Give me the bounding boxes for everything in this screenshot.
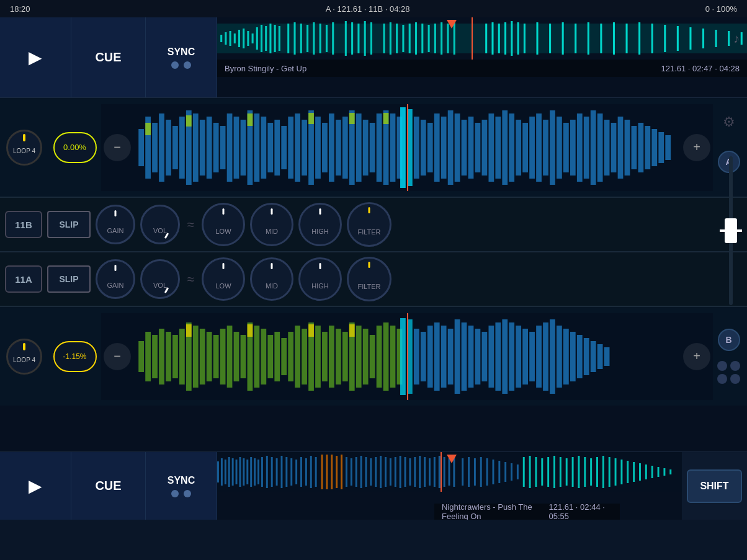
loop-knob-a[interactable]: LOOP 4 bbox=[6, 130, 42, 166]
svg-rect-13 bbox=[274, 25, 276, 52]
svg-rect-102 bbox=[390, 113, 396, 182]
svg-rect-154 bbox=[159, 329, 164, 384]
svg-rect-48 bbox=[549, 24, 551, 53]
svg-rect-147 bbox=[308, 113, 314, 124]
mid-knob-b[interactable]: MID bbox=[250, 257, 293, 301]
sync-button-b[interactable]: SYNC bbox=[146, 452, 217, 520]
wf-plus-b[interactable]: + bbox=[683, 343, 710, 370]
svg-rect-14 bbox=[279, 26, 280, 51]
svg-rect-226 bbox=[217, 461, 219, 482]
svg-rect-67 bbox=[152, 123, 158, 172]
svg-rect-292 bbox=[547, 457, 549, 487]
svg-rect-299 bbox=[590, 458, 592, 486]
sync-button-a[interactable]: SYNC bbox=[146, 17, 217, 97]
scroll-dot-4 bbox=[730, 374, 740, 384]
vol-knob-b[interactable]: VOL bbox=[140, 259, 180, 299]
svg-rect-106 bbox=[414, 117, 419, 179]
svg-rect-153 bbox=[152, 335, 158, 378]
gain-knob-b[interactable]: GAIN bbox=[96, 259, 135, 299]
svg-rect-242 bbox=[280, 456, 282, 488]
wf-minus-a[interactable]: − bbox=[104, 134, 131, 161]
vol-knob-a[interactable]: VOL bbox=[140, 205, 180, 244]
svg-rect-241 bbox=[276, 458, 278, 486]
svg-rect-228 bbox=[225, 460, 226, 484]
scroll-dot-1 bbox=[717, 361, 727, 371]
loop-knob-b[interactable]: LOOP 4 bbox=[6, 339, 42, 375]
svg-rect-296 bbox=[572, 457, 574, 487]
svg-rect-37 bbox=[441, 22, 442, 55]
key-badge-b[interactable]: 11A bbox=[5, 265, 42, 293]
svg-rect-151 bbox=[138, 341, 144, 372]
svg-rect-95 bbox=[342, 117, 348, 179]
slip-button-a[interactable]: SLIP bbox=[47, 211, 91, 238]
high-knob-a[interactable]: HIGH bbox=[298, 203, 342, 246]
svg-rect-55 bbox=[638, 22, 640, 55]
play-button-b[interactable]: ▶ bbox=[0, 452, 71, 520]
svg-rect-223 bbox=[308, 324, 314, 337]
svg-rect-280 bbox=[474, 458, 476, 486]
svg-rect-135 bbox=[611, 123, 617, 172]
svg-rect-73 bbox=[193, 113, 199, 182]
svg-rect-300 bbox=[596, 457, 598, 487]
play-button-a[interactable]: ▶ bbox=[0, 17, 71, 97]
cue-button-b[interactable]: CUE bbox=[71, 452, 146, 520]
svg-rect-92 bbox=[322, 123, 328, 172]
svg-rect-257 bbox=[356, 457, 357, 487]
mid-knob-a[interactable]: MID bbox=[250, 203, 293, 246]
svg-rect-220 bbox=[604, 347, 610, 366]
pitch-display-b[interactable]: -1.15% bbox=[53, 341, 97, 372]
key-badge-a[interactable]: 11B bbox=[5, 211, 42, 238]
svg-rect-264 bbox=[390, 458, 391, 486]
svg-rect-3 bbox=[230, 31, 231, 46]
svg-rect-163 bbox=[220, 329, 226, 384]
low-knob-b[interactable]: LOW bbox=[202, 257, 245, 301]
cue-button-a[interactable]: CUE bbox=[71, 17, 146, 97]
svg-rect-221 bbox=[186, 324, 192, 337]
svg-rect-53 bbox=[613, 22, 615, 55]
svg-rect-29 bbox=[390, 22, 391, 55]
slip-button-b[interactable]: SLIP bbox=[47, 265, 91, 293]
svg-rect-148 bbox=[349, 113, 355, 124]
scroll-dots[interactable] bbox=[717, 361, 740, 384]
svg-rect-283 bbox=[492, 460, 494, 484]
svg-rect-248 bbox=[310, 456, 312, 488]
pitch-display-a[interactable]: 0.00% bbox=[53, 132, 97, 163]
svg-rect-69 bbox=[166, 120, 171, 176]
filter-knob-b[interactable]: FILTER bbox=[347, 257, 391, 301]
svg-rect-234 bbox=[246, 460, 248, 484]
status-battery: 0 · 100% bbox=[705, 4, 737, 14]
svg-rect-82 bbox=[254, 113, 260, 182]
svg-rect-75 bbox=[207, 117, 212, 179]
svg-rect-114 bbox=[468, 117, 474, 179]
low-knob-a[interactable]: LOW bbox=[202, 203, 245, 246]
svg-rect-218 bbox=[591, 341, 596, 372]
svg-rect-2 bbox=[225, 32, 226, 45]
svg-rect-309 bbox=[651, 466, 653, 478]
svg-rect-200 bbox=[468, 326, 474, 388]
shift-button[interactable]: SHIFT bbox=[687, 469, 742, 503]
status-center: A · 121.61 · 11B · 04:28 bbox=[326, 4, 410, 14]
svg-rect-59 bbox=[689, 27, 691, 50]
svg-rect-161 bbox=[207, 332, 212, 381]
svg-rect-57 bbox=[664, 25, 666, 52]
svg-rect-0 bbox=[217, 24, 747, 53]
svg-rect-149 bbox=[383, 113, 389, 124]
waveform-big-a[interactable]: − + bbox=[101, 104, 713, 191]
svg-rect-70 bbox=[172, 126, 178, 169]
wf-plus-a[interactable]: + bbox=[683, 134, 710, 161]
svg-rect-170 bbox=[267, 335, 273, 378]
svg-rect-130 bbox=[577, 113, 583, 182]
svg-rect-77 bbox=[220, 126, 226, 169]
gain-knob-a[interactable]: GAIN bbox=[96, 205, 135, 244]
high-knob-b[interactable]: HIGH bbox=[298, 257, 342, 301]
filter-knob-a[interactable]: FILTER bbox=[347, 202, 391, 247]
svg-rect-100 bbox=[377, 113, 382, 182]
svg-rect-30 bbox=[396, 24, 398, 53]
waveform-big-b[interactable]: − + bbox=[101, 313, 713, 400]
svg-rect-42 bbox=[498, 24, 500, 53]
wf-minus-b[interactable]: − bbox=[104, 343, 131, 370]
svg-rect-258 bbox=[360, 456, 362, 488]
svg-rect-143 bbox=[665, 135, 671, 160]
gear-button-a[interactable]: ⚙ bbox=[723, 114, 735, 130]
svg-rect-138 bbox=[632, 126, 637, 169]
